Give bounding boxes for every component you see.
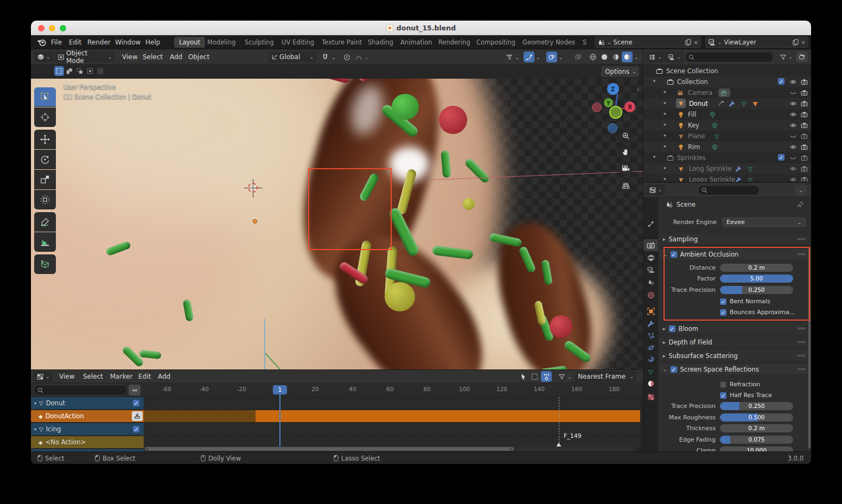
channel-checkbox[interactable]: ✓ (133, 426, 139, 432)
timeline-editor-type-button[interactable]: ⌄ (34, 371, 53, 382)
outliner-row-long-sprinkle[interactable]: ▸ ▼ Long Sprinkle ▽ (643, 163, 811, 174)
tab-output[interactable] (643, 252, 658, 264)
playhead-line[interactable] (279, 394, 280, 449)
chevron-down-icon[interactable]: ⌄ (536, 55, 540, 60)
disclosure-icon[interactable]: ▸ (662, 100, 668, 105)
disclosure-icon[interactable]: ▾ (34, 427, 36, 432)
tool-add-cube[interactable] (34, 254, 56, 274)
proportional-falloff-button[interactable] (353, 52, 364, 62)
pin-icon[interactable] (797, 201, 804, 208)
tool-cursor[interactable] (34, 107, 56, 127)
outliner-filter-button[interactable]: ⌄ (777, 52, 795, 62)
chevron-down-icon[interactable]: ⌄ (559, 55, 563, 60)
tab-material[interactable] (643, 378, 658, 390)
track-donut-action[interactable] (144, 410, 640, 422)
ssr-clamp-field[interactable]: 10.000 (720, 446, 793, 451)
show-gizmo-dropdown[interactable] (504, 52, 515, 62)
menu-window[interactable]: Window (114, 35, 142, 49)
viewport-editor-type-button[interactable]: ⌄ (34, 52, 53, 62)
outliner-row-donut[interactable]: ▸ ▼ Donut ▽ ▼ (643, 98, 811, 109)
push-down-action-button[interactable] (132, 411, 143, 421)
ssr-halfres-row[interactable]: ✓ Half Res Trace (720, 391, 772, 399)
ssr-refraction-row[interactable]: Refraction (720, 380, 760, 388)
ssr-thickness-field[interactable]: 0.2 m (720, 424, 793, 432)
xray-toggle[interactable] (572, 52, 583, 62)
overlays-toggle[interactable] (546, 52, 557, 62)
ssr-edge-field[interactable]: 0.075 (720, 436, 793, 444)
outliner-display-mode-button[interactable]: ⌄ (665, 52, 684, 62)
outliner-row-collection[interactable]: ▾ Collection ✓ (643, 76, 811, 87)
viewport-menu-add[interactable]: Add (170, 49, 182, 65)
tab-modifiers[interactable] (643, 318, 658, 330)
properties-options-button[interactable]: ⌄ (795, 185, 807, 195)
workspace-tab-layout[interactable]: Layout (174, 37, 205, 48)
disclosure-icon[interactable]: ▸ (662, 143, 668, 149)
shading-material-button[interactable] (610, 52, 621, 62)
new-scene-icon[interactable] (685, 39, 692, 46)
timeline-menu-view[interactable]: View (59, 370, 74, 383)
gizmo-axis-x-neg[interactable] (592, 103, 602, 112)
camera-render-icon[interactable] (800, 143, 808, 151)
track-donut[interactable] (144, 397, 640, 409)
camera-render-icon[interactable] (800, 165, 808, 173)
unlink-scene-icon[interactable]: ✕ (694, 40, 698, 46)
new-collection-button[interactable] (796, 52, 808, 62)
outliner-row-rim[interactable]: ▸ Rim (643, 142, 811, 152)
workspace-tab-scripting[interactable]: S (582, 37, 591, 48)
timeline-hscrollbar-handle[interactable] (145, 447, 514, 451)
outliner-row-scene-collection[interactable]: Scene Collection (643, 66, 811, 76)
tab-object[interactable] (643, 305, 658, 317)
panel-subsurface-scattering[interactable]: ▸ Subsurface Scattering == (659, 350, 809, 361)
eye-icon[interactable] (789, 111, 797, 118)
pan-view-button[interactable] (618, 144, 633, 160)
menu-render[interactable]: Render (86, 35, 112, 49)
gizmo-axis-y-neg[interactable] (609, 106, 622, 119)
workspace-tab-rendering[interactable]: Rendering (433, 37, 475, 48)
tool-select-box[interactable] (34, 87, 56, 107)
camera-render-icon[interactable] (800, 122, 808, 129)
outliner-row-camera[interactable]: ▸ Camera (643, 87, 811, 98)
disclosure-icon[interactable]: ▸ (662, 165, 668, 170)
tab-texture[interactable] (643, 391, 658, 403)
eye-closed-icon[interactable] (789, 132, 797, 140)
channel-search-input[interactable] (34, 385, 127, 395)
gizmos-toggle[interactable] (524, 52, 534, 62)
outliner-editor-type-button[interactable]: ⌄ (646, 52, 665, 62)
snap-dropdown-icon[interactable]: ⌄ (331, 55, 336, 60)
viewport-menu-object[interactable]: Object (188, 49, 209, 65)
box-select-tool-button[interactable] (529, 371, 540, 382)
camera-render-icon[interactable] (800, 176, 808, 182)
outliner-row-plane[interactable]: ▸ ▼ Plane ▽ (643, 131, 811, 142)
workspace-tab-animation[interactable]: Animation (396, 37, 437, 48)
disclosure-icon[interactable]: ▸ (662, 176, 668, 181)
falloff-dropdown-icon[interactable]: ⌄ (365, 55, 369, 60)
ssr-checkbox[interactable]: ✓ (671, 366, 677, 373)
eye-icon[interactable] (789, 100, 797, 107)
panel-sampling[interactable]: ▸ Sampling == (659, 234, 809, 244)
timeline-menu-marker[interactable]: Marker (110, 370, 132, 383)
outliner-row-sprinkles[interactable]: ▾ Sprinkles ✓ (643, 152, 811, 163)
select-mode-new-button[interactable] (54, 66, 64, 76)
camera-view-button[interactable] (618, 161, 633, 176)
tab-particles[interactable] (643, 330, 658, 342)
tool-annotate[interactable] (34, 212, 56, 232)
channel-checkbox[interactable]: ✓ (133, 400, 139, 406)
gizmo-axis-x[interactable]: X (624, 101, 635, 112)
only-selected-channels-button[interactable] (541, 371, 552, 382)
shading-rendered-button[interactable] (622, 52, 633, 62)
render-engine-dropdown[interactable]: Eevee ⌄ (722, 218, 806, 227)
select-mode-subtract-button[interactable] (75, 66, 85, 76)
tool-move[interactable] (34, 130, 56, 149)
tab-object-data[interactable]: ▽ (643, 366, 658, 378)
workspace-tab-geometry-nodes[interactable]: Geometry Nodes (518, 37, 580, 48)
channel-donut[interactable]: ▾ ▽ Donut ✓ (31, 397, 144, 409)
tool-rotate[interactable] (34, 150, 56, 169)
select-mode-extend-button[interactable] (65, 66, 74, 76)
viewport-canvas[interactable]: User Perspective (1) Scene Collection | … (31, 79, 643, 369)
select-mode-invert-button[interactable] (85, 66, 95, 76)
channel-no-action[interactable]: ◈ <No Action> (31, 436, 144, 448)
outliner-row-key[interactable]: ▸ Key (643, 120, 811, 131)
options-dropdown[interactable]: Options ⌄ (601, 66, 639, 77)
workspace-tab-compositing[interactable]: Compositing (471, 37, 520, 48)
tab-physics[interactable] (643, 342, 658, 354)
